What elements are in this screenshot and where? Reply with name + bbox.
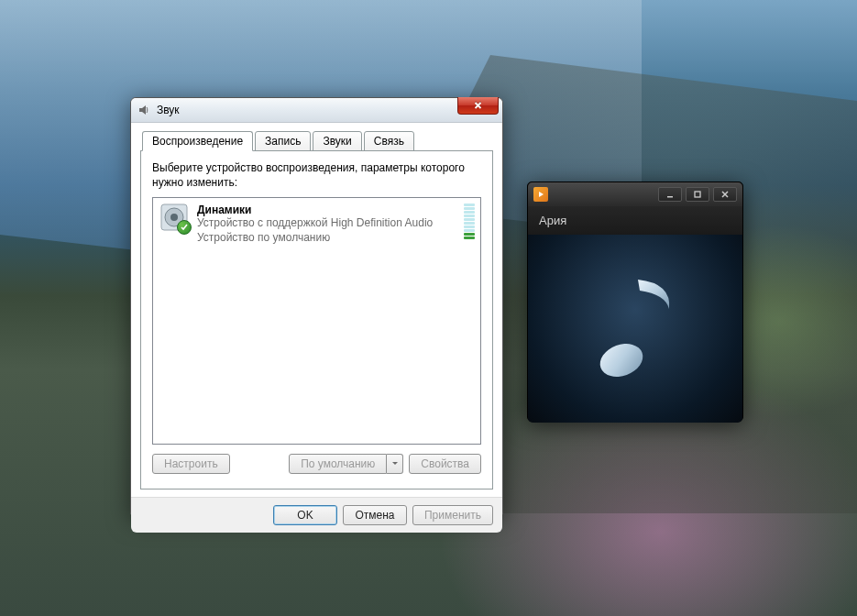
media-player-icon	[533, 187, 548, 202]
device-text: Динамики Устройство с поддержкой High De…	[197, 202, 456, 245]
tab-sounds[interactable]: Звуки	[313, 131, 361, 151]
tab-playback[interactable]: Воспроизведение	[142, 131, 253, 151]
ok-button[interactable]: OK	[273, 505, 337, 525]
device-name: Динамики	[197, 204, 456, 216]
tab-recording[interactable]: Запись	[255, 131, 311, 151]
configure-button[interactable]: Настроить	[152, 454, 230, 474]
maximize-button[interactable]	[686, 187, 709, 202]
close-button[interactable]	[457, 97, 499, 115]
desktop-wallpaper: Звук Воспроизведение Запись Звуки Связь …	[0, 0, 857, 616]
svg-point-2	[170, 214, 178, 221]
speaker-icon	[159, 202, 190, 233]
tab-strip: Воспроизведение Запись Звуки Связь	[140, 130, 493, 150]
dialog-footer: OK Отмена Применить	[131, 497, 502, 533]
sound-dialog-title: Звук	[157, 104, 180, 116]
device-list[interactable]: Динамики Устройство с поддержкой High De…	[152, 197, 481, 445]
sound-dialog-titlebar[interactable]: Звук	[131, 98, 502, 123]
volume-level-meter	[464, 202, 475, 240]
minimize-button[interactable]	[658, 187, 682, 202]
svg-rect-4	[695, 192, 700, 197]
cancel-button[interactable]: Отмена	[343, 505, 407, 525]
properties-button[interactable]: Свойства	[409, 454, 481, 474]
apply-button[interactable]: Применить	[412, 505, 493, 525]
now-playing-title: Ария	[528, 206, 742, 235]
device-item-speakers[interactable]: Динамики Устройство с поддержкой High De…	[153, 198, 480, 248]
tab-panel-playback: Выберите устройство воспроизведения, пар…	[140, 150, 493, 490]
device-status: Устройство по умолчанию	[197, 231, 456, 246]
media-close-button[interactable]	[713, 187, 737, 202]
set-default-split-button[interactable]: По умолчанию	[289, 454, 403, 474]
media-player-titlebar[interactable]	[528, 182, 742, 206]
music-note-icon	[585, 263, 686, 394]
device-description: Устройство с поддержкой High Definition …	[197, 216, 456, 231]
panel-button-row: Настроить По умолчанию Свойства	[152, 454, 481, 474]
instruction-text: Выберите устройство воспроизведения, пар…	[152, 160, 481, 190]
album-art-area[interactable]	[528, 235, 742, 423]
tab-communications[interactable]: Связь	[364, 131, 414, 151]
dialog-body: Воспроизведение Запись Звуки Связь Выбер…	[131, 123, 502, 497]
set-default-dropdown-arrow[interactable]	[387, 454, 403, 474]
sound-dialog-window: Звук Воспроизведение Запись Звуки Связь …	[130, 97, 503, 518]
media-player-window: Ария	[527, 182, 743, 422]
set-default-button[interactable]: По умолчанию	[289, 454, 387, 474]
sound-icon	[137, 103, 151, 117]
svg-rect-3	[667, 196, 673, 198]
